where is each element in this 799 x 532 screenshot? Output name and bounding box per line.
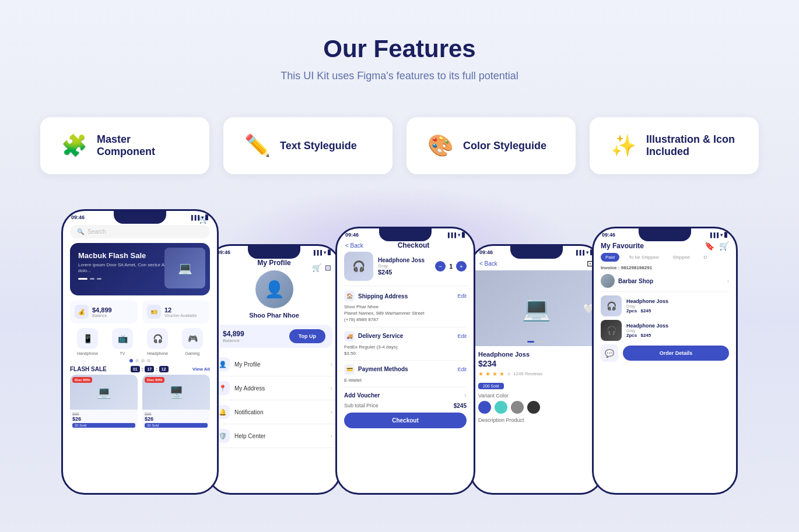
color-teal[interactable] bbox=[495, 401, 507, 414]
checkout-button[interactable]: Checkout bbox=[344, 413, 467, 428]
menu-help[interactable]: 🛡️ Help Center › bbox=[209, 424, 339, 448]
voucher-label: Add Voucher bbox=[344, 392, 380, 399]
invoice-prefix: Invoice : bbox=[601, 265, 619, 270]
topup-button[interactable]: Top Up bbox=[289, 329, 325, 343]
payment-edit-button[interactable]: Edit bbox=[457, 367, 467, 372]
share-icon[interactable]: ⊡ bbox=[325, 263, 331, 272]
decrease-qty-button[interactable]: − bbox=[435, 261, 446, 272]
order-1-name: Headphone Joss bbox=[626, 298, 668, 304]
voucher-icon: 🎫 bbox=[147, 305, 161, 319]
product-2-sold: 20 Sold bbox=[145, 423, 208, 428]
color-gray[interactable] bbox=[511, 401, 524, 414]
gaming-label: Gaming bbox=[185, 351, 200, 355]
voucher-row[interactable]: Add Voucher › bbox=[344, 391, 467, 399]
phone3-time: 09:46 bbox=[345, 232, 359, 238]
quantity-control[interactable]: − 1 + bbox=[435, 261, 467, 272]
checkout-product-price: $245 bbox=[378, 269, 425, 276]
menu-notification[interactable]: 🔔 Notification › bbox=[209, 400, 339, 424]
phone1-search-bar[interactable]: 🔍 Search bbox=[70, 225, 210, 238]
phone2-header-icons: 🛒 ⊡ bbox=[312, 263, 331, 272]
checkout-product-name: Headphone Joss bbox=[378, 257, 425, 263]
phone1-status-icons: ▐▐▐ ▾ ▊ bbox=[190, 215, 209, 220]
chevron-right-icon: › bbox=[331, 433, 332, 439]
chevron-right-icon: › bbox=[331, 361, 332, 368]
dot-3 bbox=[141, 359, 145, 362]
product-item-2[interactable]: 🖥️ Disc 80% $86 $26 20 Sold bbox=[142, 375, 210, 430]
payment-header: 💳 Payment Methods Edit bbox=[344, 364, 467, 375]
headphone-label: Headphone bbox=[147, 351, 168, 355]
category-gaming[interactable]: 🎮 Gaming bbox=[182, 328, 203, 355]
color-section: Variant Color bbox=[478, 393, 595, 414]
view-all-link[interactable]: View All bbox=[192, 367, 210, 372]
delivery-edit-button[interactable]: Edit bbox=[457, 333, 467, 339]
cart-icon[interactable]: 🛒 bbox=[719, 241, 729, 251]
search-placeholder: Search bbox=[87, 228, 106, 235]
increase-qty-button[interactable]: + bbox=[456, 261, 467, 272]
shipping-header: 🏠 Shipping Address Edit bbox=[344, 291, 467, 301]
category-headphone[interactable]: 🎧 Headphone bbox=[147, 328, 168, 355]
shipping-address: Planet Namex, 989 Warhammer Street bbox=[344, 310, 467, 316]
master-component-icon: 🧩 bbox=[61, 133, 87, 158]
sold-badge: 200 Sold bbox=[478, 383, 504, 389]
feature-card-color[interactable]: 🎨 Color Styleguide bbox=[406, 117, 576, 174]
battery-icon: ▊ bbox=[328, 250, 331, 255]
voucher-value: 12 bbox=[164, 306, 197, 313]
color-black[interactable] bbox=[527, 401, 540, 414]
phone-product-detail: 09:46 ▐▐▐ ▾ ▊ < Back ⊡ 💻 🤍 bbox=[469, 244, 604, 495]
balance-info: $4,899 Balance bbox=[223, 330, 244, 343]
wifi-icon: ▾ bbox=[201, 215, 204, 220]
wifi-icon: ▾ bbox=[586, 250, 588, 255]
feature-card-illustration[interactable]: ✨ Illustration & Icon Included bbox=[590, 117, 759, 174]
order-2-price: $245 bbox=[640, 333, 651, 338]
tv-icon: 📺 bbox=[112, 328, 133, 349]
shop-avatar bbox=[601, 274, 615, 288]
back-button[interactable]: < Back bbox=[345, 242, 363, 249]
battery-icon: ▊ bbox=[724, 232, 728, 238]
header-section: Our Features This UI Kit uses Figma's fe… bbox=[0, 0, 799, 105]
order-2-qty: 2pcs bbox=[626, 333, 637, 338]
phone1-notch bbox=[114, 211, 166, 224]
shipping-edit-button[interactable]: Edit bbox=[457, 293, 467, 299]
balance-row: $4,899 Balance Top Up bbox=[216, 325, 332, 348]
flash-sale-products: 💻 Disc 80% $86 $26 20 Sold 🖥️ Disc 80% $… bbox=[70, 375, 210, 430]
delivery-section: 🚚 Delivery Service Edit FedEx Reguler (3… bbox=[344, 331, 467, 361]
cart-icon[interactable]: 🛒 bbox=[312, 263, 321, 272]
order-details-button[interactable]: Order Details bbox=[623, 346, 729, 361]
tv-label: TV bbox=[120, 351, 125, 355]
payment-icon: 💳 bbox=[344, 364, 355, 375]
delivery-service: FedEx Reguler (3-4 days) bbox=[344, 344, 467, 350]
tab-paid[interactable]: Paid bbox=[601, 253, 619, 262]
product-item-1[interactable]: 💻 Disc 80% $86 $26 20 Sold bbox=[70, 375, 138, 430]
tab-more[interactable]: D bbox=[699, 253, 712, 262]
menu-address-left: 📍 My Address bbox=[216, 381, 265, 395]
color-blue[interactable] bbox=[478, 401, 491, 414]
tab-delivered[interactable]: Shipped bbox=[668, 253, 694, 262]
phone4-status-icons: ▐▐▐ ▾ ▊ bbox=[574, 250, 594, 255]
invoice-label: Invoice : 981298198291 bbox=[601, 265, 729, 270]
order-2-name: Headphone Joss bbox=[626, 323, 668, 329]
checkout-product-thumb: 🎧 bbox=[344, 252, 373, 281]
menu-address[interactable]: 📍 My Address › bbox=[209, 376, 339, 400]
order-2-color: Gray bbox=[626, 329, 668, 333]
category-handphone[interactable]: 📱 Handphone bbox=[77, 328, 98, 355]
bookmark-icon[interactable]: 🔖 bbox=[705, 241, 714, 251]
feature-card-text[interactable]: ✏️ Text Styleguide bbox=[223, 117, 393, 174]
feature-card-master[interactable]: 🧩 Master Component bbox=[40, 117, 209, 174]
category-tv[interactable]: 📺 TV bbox=[112, 328, 133, 355]
star-4: ★ bbox=[499, 371, 504, 377]
back-button[interactable]: < Back bbox=[479, 260, 497, 267]
phone2-notch bbox=[248, 246, 300, 259]
chat-button[interactable]: 💬 bbox=[601, 344, 618, 362]
balance-label: Balance bbox=[223, 338, 244, 343]
handphone-label: Handphone bbox=[77, 351, 98, 355]
delivery-price: $3.50 bbox=[344, 350, 467, 357]
profile-name: Shoo Phar Nhoe bbox=[209, 312, 339, 319]
product-2-info: $86 $26 20 Sold bbox=[142, 410, 210, 430]
handphone-icon: 📱 bbox=[77, 328, 98, 349]
payment-title-row: 💳 Payment Methods bbox=[344, 364, 408, 375]
tab-shipped[interactable]: To be Shipped bbox=[624, 253, 663, 262]
menu-profile[interactable]: 👤 My Profile › bbox=[209, 353, 339, 376]
phone1-categories: 📱 Handphone 📺 TV 🎧 Headphone 🎮 Gaming bbox=[70, 328, 210, 355]
shipping-name: Shoo Phar Nhoe bbox=[344, 304, 467, 310]
profile-avatar: 👤 bbox=[255, 270, 293, 308]
